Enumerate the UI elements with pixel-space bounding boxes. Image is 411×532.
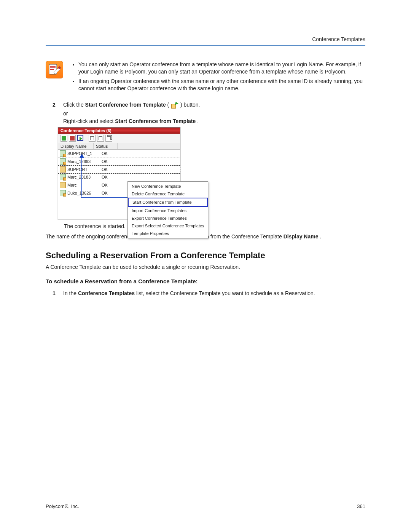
template-icon — [60, 190, 66, 196]
note-item: If an ongoing Operator conference with t… — [78, 78, 365, 92]
text: ( — [167, 102, 169, 108]
svg-rect-3 — [50, 69, 54, 70]
row-name: Duke_13626 — [67, 190, 99, 196]
template-icon — [60, 174, 66, 180]
template-icon — [60, 166, 66, 173]
note-callout: You can only start an Operator conferenc… — [46, 61, 365, 94]
template-icon — [60, 182, 66, 188]
menu-start-conference-from-template[interactable]: Start Conference from Template — [128, 198, 208, 207]
text: Click the — [63, 102, 85, 108]
table-row[interactable]: SUPPORT_1 OK — [58, 150, 180, 158]
step-number: 2 — [53, 101, 58, 125]
menu-export-selected-templates[interactable]: Export Selected Conference Templates — [128, 222, 208, 230]
row-name: Marc_20183 — [67, 174, 99, 180]
text: . — [197, 118, 199, 124]
table-row-selected[interactable]: SUPPORT OK — [58, 165, 180, 174]
annotation-arrow — [81, 155, 82, 197]
or-text: or — [63, 110, 365, 118]
bold-text: Start Conference from Template — [115, 118, 196, 124]
text: Right-click and select — [63, 118, 115, 124]
col-status[interactable]: Status — [94, 143, 118, 149]
footer-company: Polycom®, Inc. — [46, 503, 79, 509]
bold-text: Conference Templates — [78, 290, 135, 296]
section-title: Scheduling a Reservation From a Conferen… — [46, 251, 365, 260]
template-icon — [60, 158, 66, 165]
bold-text: Start Conference from Template — [85, 102, 166, 108]
text: button. — [184, 102, 200, 108]
text: list, select the Conference Template you… — [136, 290, 315, 296]
step-number: 1 — [53, 290, 58, 297]
row-status: OK — [99, 166, 123, 173]
step-line: Right-click and select Start Conference … — [63, 118, 365, 125]
table-row[interactable]: Marc_20183 OK — [58, 173, 180, 181]
step-body: Click the Start Conference from Template… — [63, 101, 365, 125]
text: ) — [180, 102, 184, 108]
table-row[interactable]: Marc_12693 OK — [58, 158, 180, 166]
row-status: OK — [99, 182, 123, 188]
template-icon — [60, 150, 66, 157]
col-display-name[interactable]: Display Name — [58, 143, 94, 149]
menu-import-templates[interactable]: Import Conference Templates — [128, 207, 208, 214]
menu-new-template[interactable]: New Conference Template — [128, 182, 208, 190]
start-conference-button-icon[interactable] — [77, 135, 83, 141]
bold-text: Display Name — [284, 233, 319, 240]
section-intro: A Conference Template can be used to sch… — [46, 264, 365, 271]
menu-template-properties[interactable]: Template Properties — [128, 230, 208, 237]
row-name: Marc — [67, 182, 99, 188]
step-2: 2 Click the Start Conference from Templa… — [53, 101, 365, 125]
result-line: The conference is started. — [64, 223, 365, 229]
text: . — [320, 233, 321, 240]
delete-template-button-icon[interactable] — [69, 135, 76, 142]
new-template-button-icon[interactable] — [61, 135, 67, 142]
row-name: Marc_12693 — [67, 158, 99, 165]
row-status: OK — [99, 174, 123, 180]
menu-delete-template[interactable]: Delete Conference Template — [128, 190, 208, 198]
page: Conference Templates You can only start … — [0, 0, 411, 532]
step-1: 1 In the Conference Templates list, sele… — [53, 290, 365, 297]
import-templates-button-icon[interactable] — [97, 135, 104, 142]
row-status: OK — [99, 158, 123, 165]
context-menu: New Conference Template Delete Conferenc… — [127, 181, 208, 238]
header-rule — [46, 45, 365, 46]
procedure-subhead: To schedule a Reservation from a Confere… — [46, 278, 365, 284]
important-note-icon — [46, 61, 63, 78]
templates-toolbar — [58, 134, 180, 143]
export-templates-button-icon[interactable] — [105, 135, 112, 142]
note-item: You can only start an Operator conferenc… — [78, 61, 365, 75]
page-header-section: Conference Templates — [312, 36, 365, 42]
templates-screenshot: Conference Templates (6) Display Name St… — [58, 127, 180, 219]
note-list: You can only start an Operator conferenc… — [72, 61, 365, 94]
table-header-row: Display Name Status — [58, 143, 180, 150]
svg-rect-1 — [50, 66, 56, 67]
row-status: OK — [99, 190, 123, 196]
row-status: OK — [99, 150, 123, 157]
footer-page-number: 361 — [357, 503, 365, 509]
panel-title: Conference Templates (6) — [58, 128, 180, 134]
start-conference-template-icon — [171, 102, 178, 109]
step-body: In the Conference Templates list, select… — [63, 290, 365, 297]
row-name: SUPPORT — [67, 166, 99, 173]
menu-export-templates[interactable]: Export Conference Templates — [128, 214, 208, 222]
toolbar-button-icon[interactable] — [89, 135, 96, 142]
text: In the — [63, 290, 78, 296]
svg-rect-2 — [50, 67, 56, 68]
page-content: You can only start an Operator conferenc… — [46, 61, 365, 297]
